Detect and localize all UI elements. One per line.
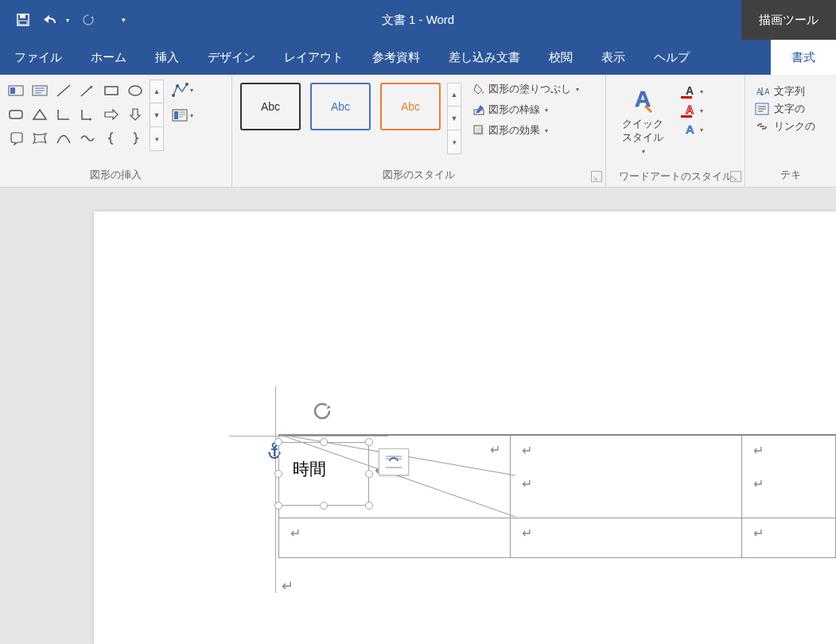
table-cell[interactable]: ↵ <box>511 518 742 557</box>
shape-arrow-line-icon[interactable] <box>76 80 99 102</box>
page[interactable]: ↵ ↵ ↵ ↵ ↵ ↵ ↵ ↵ ↵ <box>94 211 836 644</box>
paragraph-mark-icon: ↵ <box>753 477 764 491</box>
tab-references[interactable]: 参考資料 <box>358 40 434 75</box>
shape-flowchart-icon[interactable] <box>5 127 27 149</box>
layout-options-button[interactable] <box>379 448 409 475</box>
shape-wave-icon[interactable] <box>76 127 99 149</box>
shape-rectangle-icon[interactable] <box>100 80 122 102</box>
pen-outline-icon <box>472 103 485 116</box>
shape-brace-left-icon[interactable] <box>100 127 122 149</box>
svg-point-17 <box>185 83 189 86</box>
shape-line-icon[interactable] <box>52 80 75 102</box>
svg-rect-28 <box>681 96 692 99</box>
tab-format[interactable]: 書式 <box>771 40 836 75</box>
shape-arc-icon[interactable] <box>52 127 75 149</box>
draw-textbox-button[interactable]: ▾ <box>170 105 194 126</box>
tab-design[interactable]: デザイン <box>193 40 270 75</box>
shape-styles-gallery[interactable]: Abc Abc Abc <box>240 83 441 130</box>
svg-point-15 <box>172 94 175 97</box>
group-label-wordart: ワードアートのスタイル <box>606 166 745 188</box>
tab-view[interactable]: 表示 <box>587 40 640 75</box>
sel-handle-w[interactable] <box>274 470 282 478</box>
tab-help[interactable]: ヘルプ <box>640 40 704 75</box>
edit-shape-button[interactable]: ▾ <box>170 80 194 100</box>
shape-brace-right-icon[interactable] <box>124 127 146 149</box>
paragraph-mark-icon: ↵ <box>522 526 532 540</box>
text-effects-button[interactable]: A ▾ <box>678 121 705 138</box>
shape-textbox-v-icon[interactable] <box>29 80 51 102</box>
tab-layout[interactable]: レイアウト <box>270 40 358 75</box>
text-align-icon <box>755 103 769 115</box>
sel-handle-ne[interactable] <box>365 438 373 446</box>
group-label-shapes: 図形の挿入 <box>0 165 231 187</box>
shape-textbox-h-icon[interactable] <box>5 80 27 102</box>
gallery-down-button[interactable]: ▼ <box>150 103 164 127</box>
styles-more-button[interactable]: ▾ <box>447 130 461 154</box>
styles-gallery-scroll: ▲ ▼ ▾ <box>447 83 461 154</box>
paragraph-mark-icon: ↵ <box>490 442 500 457</box>
link-icon <box>755 120 769 133</box>
selected-textbox[interactable]: 時間 <box>278 442 369 506</box>
styles-up-button[interactable]: ▲ <box>447 83 461 107</box>
table-cell[interactable]: ↵ <box>742 518 836 557</box>
tab-home[interactable]: ホーム <box>76 40 141 75</box>
svg-rect-19 <box>174 111 178 119</box>
text-align-button[interactable]: 文字の <box>755 102 815 116</box>
styles-down-button[interactable]: ▼ <box>447 107 461 130</box>
redo-button[interactable] <box>81 13 95 27</box>
table-cell[interactable]: ↵ ↵ <box>511 435 742 518</box>
svg-text:A: A <box>686 103 694 116</box>
create-link-button[interactable]: リンクの <box>755 119 815 134</box>
svg-rect-5 <box>10 87 15 94</box>
style-preview-black[interactable]: Abc <box>240 83 301 130</box>
svg-point-13 <box>129 86 142 95</box>
style-preview-orange[interactable]: Abc <box>380 83 441 130</box>
textbox-text[interactable]: 時間 <box>293 458 326 480</box>
gallery-more-button[interactable]: ▾ <box>150 127 164 151</box>
shape-arrow-down-icon[interactable] <box>124 103 146 126</box>
text-direction-button[interactable]: AA 文字列 <box>755 84 815 99</box>
save-button[interactable] <box>16 13 30 27</box>
quick-styles-button[interactable]: A クイック スタイル ▾ <box>611 80 675 161</box>
tab-mailings[interactable]: 差し込み文書 <box>434 40 535 75</box>
tab-file[interactable]: ファイル <box>0 40 76 75</box>
contextual-tools-label: 描画ツール <box>741 0 836 40</box>
sel-handle-se[interactable] <box>365 502 373 510</box>
table-cell[interactable]: ↵ ↵ <box>742 435 836 518</box>
shape-connector-arrow-icon[interactable] <box>76 103 99 126</box>
group-label-text: テキ <box>745 165 836 187</box>
shape-triangle-icon[interactable] <box>29 103 51 126</box>
tab-review[interactable]: 校閲 <box>535 40 587 75</box>
sel-handle-e[interactable] <box>365 470 373 478</box>
shape-arrow-right-icon[interactable] <box>100 103 122 126</box>
undo-button[interactable]: ▾ <box>42 13 69 27</box>
text-fill-button[interactable]: A ▾ <box>678 83 705 100</box>
table-cell[interactable]: ↵ <box>279 518 511 557</box>
shape-outline-button[interactable]: 図形の枠線▾ <box>469 100 582 119</box>
sel-handle-n[interactable] <box>320 438 328 446</box>
shape-parallelogram-icon[interactable] <box>29 127 51 149</box>
shape-roundrect-icon[interactable] <box>5 103 27 126</box>
qat-customize-button[interactable]: ▾ <box>122 16 126 24</box>
shape-oval-icon[interactable] <box>124 80 146 102</box>
sel-handle-nw[interactable] <box>274 438 282 446</box>
shape-connector-l-icon[interactable] <box>52 103 75 126</box>
wordart-dialog-launcher[interactable] <box>730 171 741 182</box>
ruler-v-guide <box>275 386 276 593</box>
gallery-up-button[interactable]: ▲ <box>150 80 164 103</box>
rotation-handle[interactable] <box>312 401 332 425</box>
svg-rect-2 <box>19 21 27 25</box>
sel-handle-s[interactable] <box>320 502 328 510</box>
style-preview-blue[interactable]: Abc <box>310 83 371 130</box>
tab-insert[interactable]: 挿入 <box>141 40 193 75</box>
shapes-gallery[interactable] <box>5 80 146 149</box>
shape-effects-button[interactable]: 図形の効果▾ <box>469 121 582 140</box>
text-outline-button[interactable]: A ▾ <box>678 102 705 119</box>
svg-rect-12 <box>105 87 118 95</box>
document-area[interactable]: ↵ ↵ ↵ ↵ ↵ ↵ ↵ ↵ ↵ <box>0 188 836 644</box>
styles-dialog-launcher[interactable] <box>591 171 602 182</box>
sel-handle-sw[interactable] <box>274 502 282 510</box>
shape-fill-button[interactable]: 図形の塗りつぶし▾ <box>469 80 582 99</box>
table-row[interactable]: ↵ ↵ ↵ <box>279 518 836 557</box>
window-title: 文書 1 - Word <box>382 13 454 28</box>
